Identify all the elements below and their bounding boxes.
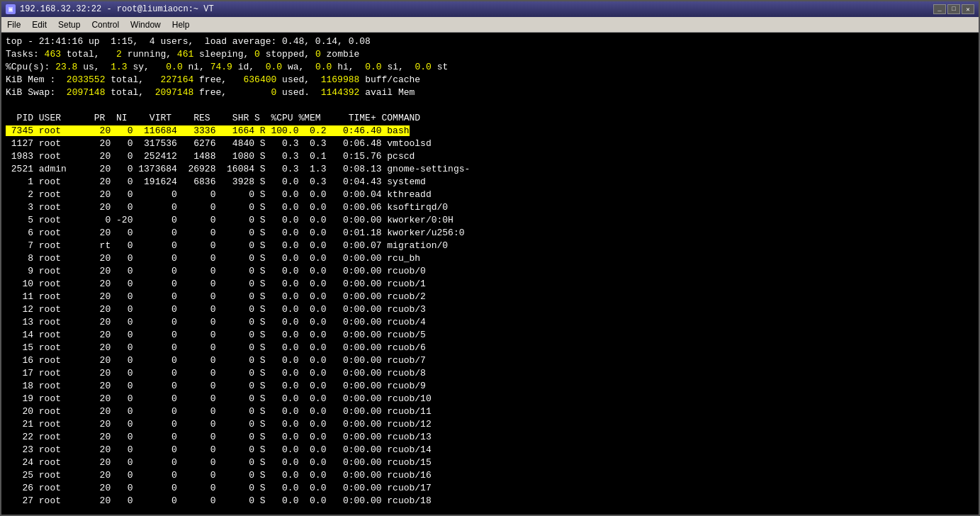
process-row: 5 root 0 -20 0 0 0 S 0.0 0.0 0:00.00 kwo… [6,214,974,227]
process-row: 21 root 20 0 0 0 0 S 0.0 0.0 0:00.00 rcu… [6,418,974,431]
process-row: 14 root 20 0 0 0 0 S 0.0 0.0 0:00.00 rcu… [6,329,974,342]
column-header: PID USER PR NI VIRT RES SHR S %CPU %MEM … [6,112,974,125]
process-row: 22 root 20 0 0 0 0 S 0.0 0.0 0:00.00 rcu… [6,431,974,444]
swap-line: KiB Swap: 2097148 total, 2097148 free, 0… [6,86,974,99]
process-row: 7 root rt 0 0 0 0 S 0.0 0.0 0:00.07 migr… [6,240,974,252]
menu-window[interactable]: Window [125,18,167,31]
main-window: ▣ 192.168.32.32:22 - root@liumiaocn:~ VT… [0,0,980,516]
process-row: 6 root 20 0 0 0 0 S 0.0 0.0 0:01.18 kwor… [6,227,974,240]
title-bar-left: ▣ 192.168.32.32:22 - root@liumiaocn:~ VT [6,4,214,14]
top-summary-line: top - 21:41:16 up 1:15, 4 users, load av… [6,35,974,48]
process-row: 27 root 20 0 0 0 0 S 0.0 0.0 0:00.00 rcu… [6,495,974,507]
process-row: 10 root 20 0 0 0 0 S 0.0 0.0 0:00.00 rcu… [6,278,974,291]
maximize-button[interactable]: □ [947,4,960,14]
minimize-button[interactable]: _ [933,4,946,14]
title-bar: ▣ 192.168.32.32:22 - root@liumiaocn:~ VT… [1,1,979,17]
window-title: 192.168.32.32:22 - root@liumiaocn:~ VT [20,4,214,14]
process-row: 24 root 20 0 0 0 0 S 0.0 0.0 0:00.00 rcu… [6,456,974,469]
process-row: 23 root 20 0 0 0 0 S 0.0 0.0 0:00.00 rcu… [6,444,974,456]
blank-line [6,99,974,112]
process-row: 20 root 20 0 0 0 0 S 0.0 0.0 0:00.00 rcu… [6,405,974,418]
process-list: 7345 root 20 0 116684 3336 1664 R 100.0 … [6,125,974,507]
mem-line: KiB Mem : 2033552 total, 227164 free, 63… [6,74,974,86]
process-row: 25 root 20 0 0 0 0 S 0.0 0.0 0:00.00 rcu… [6,469,974,482]
process-row: 2 root 20 0 0 0 0 S 0.0 0.0 0:00.04 kthr… [6,189,974,201]
process-row: 9 root 20 0 0 0 0 S 0.0 0.0 0:00.00 rcuo… [6,265,974,278]
tasks-line: Tasks: 463 total, 2 running, 461 sleepin… [6,48,974,61]
process-row: 13 root 20 0 0 0 0 S 0.0 0.0 0:00.00 rcu… [6,316,974,329]
menu-setup[interactable]: Setup [52,18,86,31]
process-row: 3 root 20 0 0 0 0 S 0.0 0.0 0:00.06 ksof… [6,201,974,214]
title-bar-controls[interactable]: _ □ ✕ [933,4,974,14]
menu-bar: File Edit Setup Control Window Help [1,17,979,33]
process-row: 15 root 20 0 0 0 0 S 0.0 0.0 0:00.00 rcu… [6,342,974,354]
process-row: 11 root 20 0 0 0 0 S 0.0 0.0 0:00.00 rcu… [6,291,974,303]
menu-help[interactable]: Help [167,18,196,31]
process-row: 7345 root 20 0 116684 3336 1664 R 100.0 … [6,125,974,138]
process-row: 12 root 20 0 0 0 0 S 0.0 0.0 0:00.00 rcu… [6,303,974,316]
process-row: 18 root 20 0 0 0 0 S 0.0 0.0 0:00.00 rcu… [6,380,974,393]
process-row: 17 root 20 0 0 0 0 S 0.0 0.0 0:00.00 rcu… [6,367,974,380]
process-row: 1 root 20 0 191624 6836 3928 S 0.0 0.3 0… [6,176,974,189]
process-row: 1983 root 20 0 252412 1488 1080 S 0.3 0.… [6,150,974,163]
process-row: 2521 admin 20 0 1373684 26928 16084 S 0.… [6,163,974,176]
process-row: 26 root 20 0 0 0 0 S 0.0 0.0 0:00.00 rcu… [6,482,974,495]
menu-control[interactable]: Control [86,18,125,31]
terminal-icon: ▣ [6,4,16,14]
menu-file[interactable]: File [1,18,26,31]
terminal-output[interactable]: top - 21:41:16 up 1:15, 4 users, load av… [1,33,979,515]
process-row: 1127 root 20 0 317536 6276 4840 S 0.3 0.… [6,138,974,150]
process-row: 8 root 20 0 0 0 0 S 0.0 0.0 0:00.00 rcu_… [6,252,974,265]
process-row: 16 root 20 0 0 0 0 S 0.0 0.0 0:00.00 rcu… [6,354,974,367]
cpu-line: %Cpu(s): 23.8 us, 1.3 sy, 0.0 ni, 74.9 i… [6,61,974,74]
process-row: 19 root 20 0 0 0 0 S 0.0 0.0 0:00.00 rcu… [6,393,974,405]
close-button[interactable]: ✕ [962,4,974,14]
menu-edit[interactable]: Edit [26,18,52,31]
